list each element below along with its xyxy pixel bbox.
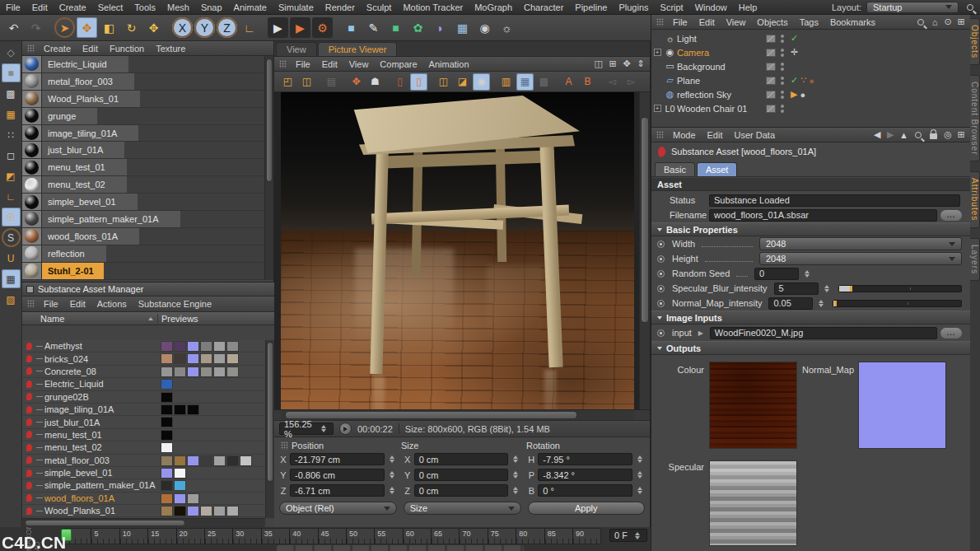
remove-image-icon[interactable]: ▯ [391,73,408,91]
material-preview-sphere[interactable] [25,57,39,71]
substance-preview-tile[interactable] [161,468,173,479]
eye-icon[interactable]: ⊙ [942,16,954,27]
menu-item[interactable]: Bookmarks [824,17,881,27]
substance-preview-tile[interactable] [161,341,173,352]
cube-primitive-icon[interactable]: ■ [341,17,362,38]
compare-prev-icon[interactable]: ◅ [604,73,621,91]
material-name[interactable]: just_blur_01A [42,142,124,158]
menu-item[interactable]: Edit [702,130,729,140]
timeline-tick-group[interactable]: 30 [232,529,260,544]
position-mode-dropdown[interactable]: Object (Rel) [279,502,397,515]
render-picture-viewer-icon[interactable]: ▶ [290,17,310,38]
substance-preview-tile[interactable] [174,353,186,364]
material-item[interactable]: image_tiling_01A [22,125,265,142]
timeline-tick-group[interactable]: 10 [119,529,147,544]
object-row[interactable]: + ▭ Background [651,59,970,73]
scrollbar-thumb[interactable] [641,117,649,323]
animation-dot-icon[interactable] [657,285,665,292]
substance-row[interactable]: Amethyst [22,340,265,353]
material-preview-sphere[interactable] [25,229,39,243]
random-seed-field[interactable]: 0 [754,268,799,280]
substance-preview-tile[interactable] [174,468,186,479]
ab-compare-icon[interactable]: ▦ [516,73,534,91]
stepper-icon[interactable] [321,425,326,432]
substance-name[interactable]: simple_bevel_01 [44,468,113,478]
show-alpha-icon[interactable]: ◪ [454,73,471,91]
timeline-tick-group[interactable]: 80 [516,529,544,544]
material-sphere-cell[interactable] [22,159,42,175]
material-item[interactable]: wood_floors_01A [22,228,265,245]
menu-item[interactable]: Animation [423,59,475,69]
timeline-tick-group[interactable]: 50 [346,529,374,544]
menu-item[interactable]: Tools [128,2,161,12]
polygons-mode-icon[interactable]: ◩ [2,166,21,185]
layer-color-chip[interactable] [766,77,776,85]
material-item[interactable]: menu_test_02 [22,176,265,194]
menu-item[interactable]: Create [54,2,92,12]
material-name[interactable]: simple_bevel_01 [42,194,138,210]
menu-item[interactable]: Pipeline [569,2,613,12]
side-tab[interactable]: Attributes [970,171,980,227]
stepper-icon[interactable] [635,532,640,539]
substance-list-hscrollbar[interactable] [22,518,265,527]
compare-next-icon[interactable]: ▻ [623,73,640,91]
menu-item[interactable]: File [667,17,693,27]
menu-item[interactable]: View [343,59,375,69]
search-icon[interactable] [915,132,922,138]
substance-preview-tile[interactable] [161,417,173,427]
width-dropdown[interactable]: 2048 [759,237,962,250]
scrollbar-thumb[interactable] [266,58,273,182]
basic-properties-header[interactable]: Basic Properties [651,222,970,236]
timeline-tick-group[interactable]: 85 [544,529,572,544]
object-row[interactable]: + ◉ Camera ✛ [651,45,970,59]
model-mode-icon[interactable]: ■ [2,63,21,82]
menu-item[interactable]: Function [104,44,150,54]
viewport-tab[interactable]: Picture Viewer [318,42,398,56]
stepper-icon[interactable] [805,270,810,278]
material-tag-icon[interactable]: ● [800,90,805,100]
live-selection-icon[interactable]: ➤ [54,17,75,38]
layer-color-chip[interactable] [766,63,776,71]
keyframe-icon[interactable]: ◎ [942,129,954,140]
substance-preview-tile[interactable] [240,455,252,466]
menu-item[interactable]: Simulate [273,2,320,12]
scale-tool-icon[interactable]: ◧ [99,17,119,38]
menu-item[interactable]: Plugins [613,2,654,12]
coordinate-field[interactable]: -6.71 cm [290,484,385,497]
material-preview-sphere[interactable] [25,109,39,123]
redo-icon[interactable]: ↷ [26,17,46,38]
timeline-tick-group[interactable]: 60 [403,529,431,544]
substance-preview-tile[interactable] [200,341,212,352]
material-sphere-cell[interactable] [22,228,42,245]
menu-item[interactable]: Render [320,2,361,12]
colour-output-preview[interactable] [709,362,797,449]
substance-row[interactable]: just_blur_01A [22,416,265,428]
material-item[interactable]: menu_test_01 [22,159,265,176]
spline-primitives-icon[interactable]: ◗ [430,17,450,38]
material-sphere-cell[interactable] [22,91,42,107]
material-preview-sphere[interactable] [25,91,39,105]
ab-images-icon[interactable]: ▥ [497,73,515,91]
substance-preview-tile[interactable] [161,404,173,415]
viewport-tab[interactable]: View [276,42,317,56]
histogram-icon[interactable]: ▤ [323,73,340,91]
expand-icon[interactable]: + [654,105,661,112]
arrow-up-icon[interactable]: ▲ [898,130,910,140]
menu-item[interactable]: Edit [64,299,91,309]
keep-image-icon[interactable]: ▯ [410,73,427,91]
timeline-tick-group[interactable]: 20 [176,529,204,544]
material-sphere-cell[interactable] [22,125,42,142]
coordinate-field[interactable]: -8.342 ° [538,469,632,481]
show-image-icon[interactable]: ◫ [435,73,452,91]
window-icon[interactable] [26,286,34,293]
substance-row[interactable]: menu_test_02 [22,441,265,454]
generators-icon[interactable]: ■ [385,17,406,38]
substance-preview-tile[interactable] [161,506,173,516]
layer-color-chip[interactable] [766,105,776,113]
side-tab[interactable]: Objects [970,18,980,65]
lock-y-axis-icon[interactable]: Y [194,17,215,38]
material-preview-sphere[interactable] [25,143,39,157]
stepper-icon[interactable] [637,455,642,463]
panel-grip-icon[interactable] [656,131,664,139]
visibility-dots[interactable] [781,77,784,85]
